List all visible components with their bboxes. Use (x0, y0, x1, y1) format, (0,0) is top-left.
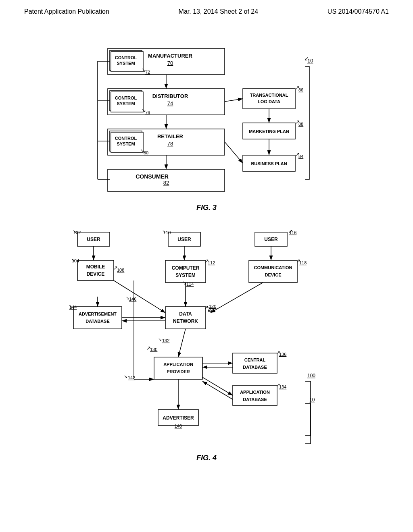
svg-text:DATABASE: DATABASE (243, 365, 267, 370)
svg-text:↗: ↗ (204, 304, 209, 310)
svg-text:10: 10 (309, 397, 315, 403)
svg-rect-98 (73, 307, 122, 329)
svg-text:114: 114 (186, 282, 194, 287)
svg-text:SYSTEM: SYSTEM (117, 101, 135, 106)
svg-text:132: 132 (162, 338, 169, 343)
svg-rect-34 (243, 89, 295, 109)
svg-text:↗: ↗ (276, 349, 280, 355)
svg-text:RETAILER: RETAILER (157, 133, 184, 139)
svg-text:APPLICATION: APPLICATION (163, 362, 193, 367)
svg-text:DATABASE: DATABASE (86, 319, 109, 324)
svg-text:BUSINESS PLAN: BUSINESS PLAN (251, 161, 287, 166)
svg-text:100: 100 (307, 373, 315, 378)
svg-text:82: 82 (163, 180, 169, 186)
svg-text:↗: ↗ (204, 258, 209, 264)
svg-text:↘: ↘ (73, 229, 76, 234)
svg-text:COMMUNICATION: COMMUNICATION (254, 265, 292, 270)
fig4-diagram: 100 10 USER 102 ↘ MOBILE DEVICE 104 ↘ 10… (65, 220, 348, 454)
svg-line-140 (202, 381, 233, 399)
fig3-svg: 10 ↙ CONTROL SYSTEM 72 ↘ MANUFACTURER 70 (86, 26, 327, 200)
svg-text:USER: USER (87, 237, 100, 242)
fig3-label: FIG. 3 (24, 204, 389, 212)
svg-text:MOBILE: MOBILE (86, 264, 105, 270)
svg-text:↗: ↗ (295, 119, 300, 125)
fig4-label: FIG. 4 (24, 454, 389, 462)
svg-text:DATABASE: DATABASE (243, 397, 267, 402)
svg-text:↙: ↙ (304, 55, 309, 62)
svg-text:USER: USER (177, 237, 191, 242)
svg-text:70: 70 (167, 60, 173, 66)
svg-text:↘: ↘ (142, 67, 146, 73)
patent-page: Patent Application Publication Mar. 13, … (0, 0, 413, 532)
svg-rect-107 (154, 357, 202, 379)
svg-text:CENTRAL: CENTRAL (244, 357, 266, 362)
svg-text:↘: ↘ (124, 374, 127, 379)
svg-text:SYSTEM: SYSTEM (117, 141, 135, 146)
svg-text:↗: ↗ (276, 382, 280, 388)
svg-text:120: 120 (209, 304, 216, 309)
svg-text:74: 74 (167, 100, 173, 106)
svg-text:78: 78 (167, 141, 173, 147)
svg-line-47 (225, 99, 243, 102)
svg-text:↘: ↘ (71, 258, 75, 262)
svg-text:CONTROL: CONTROL (115, 55, 137, 60)
svg-line-136 (178, 329, 186, 357)
svg-text:DISTRIBUTOR: DISTRIBUTOR (152, 93, 188, 99)
svg-text:ADVERTISER: ADVERTISER (163, 415, 194, 421)
svg-text:↘: ↘ (142, 107, 146, 113)
svg-text:↗: ↗ (146, 345, 151, 351)
svg-text:MANUFACTURER: MANUFACTURER (148, 53, 192, 59)
svg-rect-112 (233, 353, 277, 373)
svg-line-50 (225, 142, 243, 163)
svg-text:↗: ↗ (288, 228, 293, 234)
svg-text:↘: ↘ (126, 295, 129, 300)
svg-text:108: 108 (117, 268, 124, 272)
page-header: Patent Application Publication Mar. 13, … (24, 8, 389, 18)
svg-text:NETWORK: NETWORK (173, 318, 198, 324)
header-left: Patent Application Publication (24, 8, 109, 15)
svg-text:SYSTEM: SYSTEM (117, 61, 135, 66)
svg-text:↗: ↗ (295, 151, 300, 157)
svg-text:DATA: DATA (179, 311, 192, 317)
header-center: Mar. 13, 2014 Sheet 2 of 24 (179, 8, 258, 15)
svg-text:TRANSACTIONAL: TRANSACTIONAL (250, 93, 288, 98)
svg-text:CONTROL: CONTROL (115, 96, 137, 100)
svg-text:↗: ↗ (295, 85, 300, 91)
svg-text:ADVERTISEMENT: ADVERTISEMENT (79, 312, 117, 316)
svg-text:LOG DATA: LOG DATA (258, 99, 280, 104)
svg-rect-92 (165, 307, 206, 329)
svg-text:↘: ↘ (140, 148, 144, 154)
fig3-diagram: 10 ↙ CONTROL SYSTEM 72 ↘ MANUFACTURER 70 (86, 26, 327, 200)
svg-text:↘: ↘ (158, 337, 162, 342)
svg-rect-76 (165, 260, 206, 283)
svg-text:↗: ↗ (296, 258, 300, 264)
svg-rect-65 (77, 260, 114, 281)
svg-rect-117 (233, 385, 277, 405)
svg-text:CONSUMER: CONSUMER (136, 173, 169, 180)
svg-text:SYSTEM: SYSTEM (175, 272, 195, 278)
svg-line-139 (202, 377, 233, 395)
svg-text:130: 130 (150, 347, 157, 352)
svg-text:CONTROL: CONTROL (115, 136, 137, 141)
svg-text:COMPUTER: COMPUTER (172, 265, 200, 271)
svg-text:USER: USER (264, 237, 278, 242)
svg-text:APPLICATION: APPLICATION (240, 390, 270, 395)
svg-rect-87 (249, 260, 297, 283)
svg-text:DEVICE: DEVICE (265, 272, 282, 277)
svg-text:PROVIDER: PROVIDER (167, 369, 190, 374)
svg-text:↘: ↘ (182, 280, 187, 286)
svg-text:146: 146 (129, 297, 136, 301)
fig4-svg: 100 10 USER 102 ↘ MOBILE DEVICE 104 ↘ 10… (65, 220, 348, 454)
svg-text:MARKETING PLAN: MARKETING PLAN (249, 129, 289, 134)
header-right: US 2014/0074570 A1 (327, 8, 389, 15)
svg-text:DEVICE: DEVICE (87, 271, 105, 277)
svg-text:↘: ↘ (162, 229, 166, 234)
svg-text:↘: ↘ (69, 304, 72, 309)
svg-text:↗: ↗ (113, 265, 118, 271)
svg-text:140: 140 (175, 424, 182, 428)
svg-line-132 (211, 283, 263, 313)
